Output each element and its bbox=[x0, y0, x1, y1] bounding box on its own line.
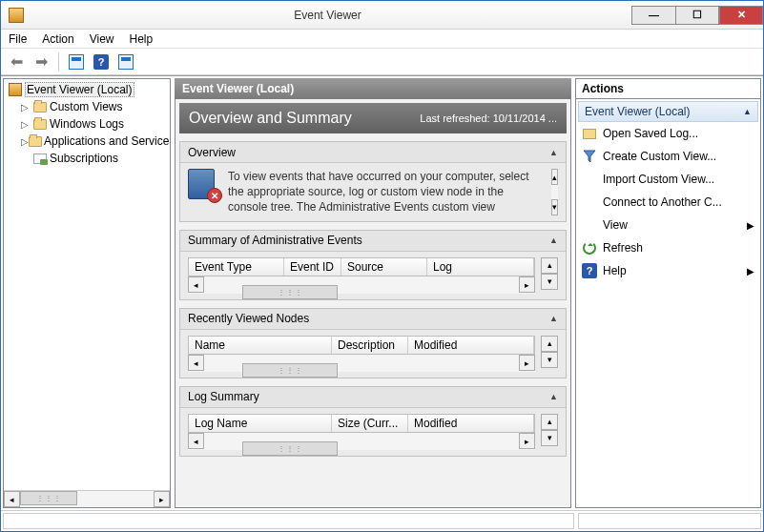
tree-root[interactable]: Event Viewer (Local) bbox=[6, 81, 168, 98]
scroll-thumb[interactable]: ⋮⋮⋮ bbox=[242, 363, 338, 378]
tree-item-label: Applications and Services Logs bbox=[44, 134, 170, 148]
tree-panel: Event Viewer (Local) ▷ Custom Views ▷ Wi… bbox=[3, 78, 171, 508]
col-event-id[interactable]: Event ID bbox=[284, 258, 341, 276]
scroll-up-button[interactable]: ▴ bbox=[551, 169, 558, 185]
section-overview-header[interactable]: Overview ▲ bbox=[180, 142, 566, 163]
expand-icon[interactable]: ▷ bbox=[21, 102, 32, 113]
scroll-right-button[interactable]: ▸ bbox=[154, 491, 170, 507]
action-label: Open Saved Log... bbox=[603, 127, 698, 140]
action-open-saved-log[interactable]: Open Saved Log... bbox=[578, 122, 758, 145]
scroll-down-button[interactable]: ▾ bbox=[541, 430, 558, 446]
scroll-thumb[interactable]: ⋮⋮⋮ bbox=[20, 491, 77, 505]
actions-group-header[interactable]: Event Viewer (Local) ▲ bbox=[578, 101, 758, 122]
col-modified[interactable]: Modified bbox=[408, 337, 534, 354]
scroll-right-button[interactable]: ▸ bbox=[519, 433, 535, 449]
tree-item-subscriptions[interactable]: Subscriptions bbox=[6, 150, 168, 167]
show-hide-action-button[interactable] bbox=[114, 51, 137, 73]
panel-icon bbox=[69, 54, 84, 70]
scroll-thumb[interactable]: ⋮⋮⋮ bbox=[242, 285, 338, 299]
recent-vscrollbar[interactable]: ▴ ▾ bbox=[541, 336, 558, 372]
collapse-icon[interactable]: ▲ bbox=[549, 148, 558, 157]
scroll-right-button[interactable]: ▸ bbox=[519, 355, 535, 371]
tree-hscrollbar[interactable]: ◂ ⋮⋮⋮ ▸ bbox=[4, 490, 170, 507]
scroll-down-button[interactable]: ▾ bbox=[541, 352, 558, 368]
close-button[interactable]: ✕ bbox=[719, 6, 763, 25]
scroll-right-button[interactable]: ▸ bbox=[519, 276, 535, 293]
scroll-left-button[interactable]: ◂ bbox=[4, 491, 20, 507]
scroll-thumb[interactable]: ⋮⋮⋮ bbox=[242, 441, 338, 456]
col-event-type[interactable]: Event Type bbox=[189, 258, 284, 276]
actions-group-title: Event Viewer (Local) bbox=[585, 105, 691, 118]
minimize-button[interactable]: — bbox=[631, 6, 675, 25]
section-title: Summary of Administrative Events bbox=[188, 234, 362, 247]
toolbar-help-button[interactable]: ? bbox=[90, 51, 113, 73]
center-panel: Event Viewer (Local) Overview and Summar… bbox=[175, 78, 571, 508]
help-icon: ? bbox=[582, 263, 597, 278]
action-label: Import Custom View... bbox=[603, 173, 714, 186]
section-title: Overview bbox=[188, 146, 236, 159]
subscriptions-icon bbox=[33, 153, 47, 164]
scroll-up-button[interactable]: ▴ bbox=[541, 414, 558, 430]
col-size[interactable]: Size (Curr... bbox=[332, 415, 408, 432]
action-import-custom-view[interactable]: Import Custom View... bbox=[578, 168, 758, 191]
recent-hscrollbar[interactable]: ◂ ⋮⋮⋮ ▸ bbox=[188, 355, 535, 372]
action-create-custom-view[interactable]: Create Custom View... bbox=[578, 145, 758, 168]
action-connect-another-computer[interactable]: Connect to Another C... bbox=[578, 191, 758, 214]
funnel-icon bbox=[582, 149, 597, 164]
col-name[interactable]: Name bbox=[189, 337, 332, 354]
summary-vscrollbar[interactable]: ▴ ▾ bbox=[541, 257, 558, 294]
nav-back-button[interactable]: ⬅ bbox=[5, 51, 28, 73]
toolbar: ⬅ ➡ ? bbox=[1, 49, 763, 75]
col-modified[interactable]: Modified bbox=[408, 415, 534, 432]
last-refreshed-label: Last refreshed: 10/11/2014 ... bbox=[420, 113, 557, 124]
scroll-down-button[interactable]: ▾ bbox=[541, 274, 558, 290]
tree-item-windows-logs[interactable]: ▷ Windows Logs bbox=[6, 115, 168, 133]
scroll-down-button[interactable]: ▾ bbox=[551, 199, 558, 215]
scroll-up-button[interactable]: ▴ bbox=[541, 257, 558, 274]
maximize-button[interactable]: ☐ bbox=[675, 6, 719, 25]
main-area: Event Viewer (Local) ▷ Custom Views ▷ Wi… bbox=[1, 75, 763, 510]
menu-view[interactable]: View bbox=[90, 32, 114, 46]
section-log-summary-header[interactable]: Log Summary ▲ bbox=[180, 387, 566, 408]
section-recent-header[interactable]: Recently Viewed Nodes ▲ bbox=[180, 309, 566, 330]
overview-banner: Overview and Summary Last refreshed: 10/… bbox=[179, 103, 567, 133]
tree-item-label: Windows Logs bbox=[50, 117, 124, 131]
scroll-up-button[interactable]: ▴ bbox=[541, 336, 558, 352]
overview-vscrollbar[interactable]: ▴ ▾ bbox=[551, 169, 558, 215]
blank-icon bbox=[582, 194, 597, 210]
arrow-left-icon: ⬅ bbox=[10, 52, 23, 71]
col-source[interactable]: Source bbox=[341, 258, 427, 276]
menu-help[interactable]: Help bbox=[130, 32, 154, 46]
collapse-icon[interactable]: ▲ bbox=[549, 392, 558, 401]
expand-icon[interactable]: ▷ bbox=[21, 136, 29, 147]
tree-item-custom-views[interactable]: ▷ Custom Views bbox=[6, 98, 168, 115]
action-help[interactable]: ? Help ▶ bbox=[578, 259, 758, 282]
menu-file[interactable]: File bbox=[9, 32, 27, 46]
collapse-icon[interactable]: ▲ bbox=[549, 314, 558, 323]
nav-forward-button[interactable]: ➡ bbox=[30, 51, 52, 73]
menu-action[interactable]: Action bbox=[42, 32, 73, 46]
expand-icon[interactable]: ▷ bbox=[21, 119, 32, 130]
show-hide-tree-button[interactable] bbox=[65, 51, 88, 73]
scroll-left-button[interactable]: ◂ bbox=[188, 433, 204, 449]
col-description[interactable]: Description bbox=[332, 337, 408, 354]
logsummary-hscrollbar[interactable]: ◂ ⋮⋮⋮ ▸ bbox=[188, 433, 535, 450]
scroll-left-button[interactable]: ◂ bbox=[188, 355, 204, 371]
scroll-left-button[interactable]: ◂ bbox=[188, 276, 204, 293]
folder-open-icon bbox=[583, 129, 596, 139]
collapse-icon[interactable]: ▲ bbox=[743, 107, 752, 116]
event-viewer-icon bbox=[9, 83, 22, 96]
panel-icon bbox=[118, 54, 134, 70]
logsummary-vscrollbar[interactable]: ▴ ▾ bbox=[541, 414, 558, 450]
section-recent: Recently Viewed Nodes ▲ Name Description… bbox=[179, 308, 567, 379]
col-log[interactable]: Log bbox=[427, 258, 534, 276]
col-log-name[interactable]: Log Name bbox=[189, 415, 332, 432]
tree-item-applications[interactable]: ▷ Applications and Services Logs bbox=[6, 133, 168, 150]
summary-hscrollbar[interactable]: ◂ ⋮⋮⋮ ▸ bbox=[188, 276, 535, 294]
action-view[interactable]: View ▶ bbox=[578, 214, 758, 236]
section-summary-header[interactable]: Summary of Administrative Events ▲ bbox=[180, 231, 566, 252]
folder-icon bbox=[29, 136, 42, 147]
action-refresh[interactable]: Refresh bbox=[578, 236, 758, 259]
actions-panel: Actions Event Viewer (Local) ▲ Open Save… bbox=[575, 78, 761, 508]
collapse-icon[interactable]: ▲ bbox=[549, 235, 558, 245]
